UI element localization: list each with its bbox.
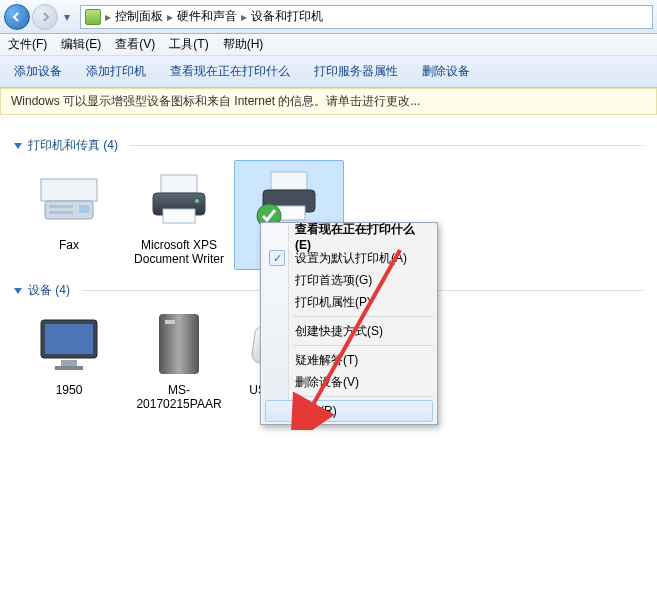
- group-title: 打印机和传真 (4): [28, 137, 118, 154]
- printer-icon: [139, 164, 219, 234]
- breadcrumb-item[interactable]: 控制面板: [115, 8, 163, 25]
- add-printer-button[interactable]: 添加打印机: [86, 63, 146, 80]
- breadcrumb-item[interactable]: 硬件和声音: [177, 8, 237, 25]
- menu-help[interactable]: 帮助(H): [223, 36, 264, 53]
- tile-label: MS-20170215PAAR: [128, 383, 230, 411]
- chevron-right-icon: ▸: [105, 10, 111, 24]
- device-tile-xps-writer[interactable]: Microsoft XPS Document Writer: [124, 160, 234, 270]
- svg-rect-0: [41, 179, 97, 201]
- disclosure-triangle-icon: [14, 288, 22, 294]
- cm-preferences[interactable]: 打印首选项(G): [263, 269, 435, 291]
- svg-rect-9: [271, 172, 307, 190]
- cm-label: 删除设备(V): [295, 374, 359, 391]
- chevron-right-icon: ▸: [241, 10, 247, 24]
- svg-rect-5: [161, 175, 197, 193]
- monitor-icon: [29, 309, 109, 379]
- svg-rect-14: [45, 324, 93, 354]
- tile-label: Fax: [59, 238, 79, 252]
- context-menu: 查看现在正在打印什么(E) ✓ 设置为默认打印机(A) 打印首选项(G) 打印机…: [260, 222, 438, 425]
- cm-label: 创建快捷方式(S): [295, 323, 383, 340]
- svg-rect-2: [79, 205, 89, 213]
- device-tile-computer[interactable]: MS-20170215PAAR: [124, 305, 234, 415]
- cm-properties[interactable]: 属性(R): [265, 400, 433, 422]
- forward-button[interactable]: [32, 4, 58, 30]
- cm-set-default[interactable]: ✓ 设置为默认打印机(A): [263, 247, 435, 269]
- cm-label: 属性(R): [296, 403, 337, 420]
- cm-troubleshoot[interactable]: 疑难解答(T): [263, 349, 435, 371]
- info-bar[interactable]: Windows 可以显示增强型设备图标和来自 Internet 的信息。请单击进…: [0, 88, 657, 115]
- svg-rect-3: [49, 205, 73, 208]
- svg-rect-4: [49, 211, 73, 214]
- menu-file[interactable]: 文件(F): [8, 36, 47, 53]
- svg-rect-15: [61, 360, 77, 366]
- command-bar: 添加设备 添加打印机 查看现在正在打印什么 打印服务器属性 删除设备: [0, 56, 657, 88]
- checkmark-icon: ✓: [269, 250, 285, 266]
- computer-tower-icon: [139, 309, 219, 379]
- svg-rect-16: [55, 366, 83, 370]
- print-server-props-button[interactable]: 打印服务器属性: [314, 63, 398, 80]
- group-title: 设备 (4): [28, 282, 70, 299]
- cm-see-printing[interactable]: 查看现在正在打印什么(E): [263, 225, 435, 247]
- cm-label: 设置为默认打印机(A): [295, 250, 407, 267]
- chevron-right-icon: ▸: [167, 10, 173, 24]
- address-bar: ▾ ▸ 控制面板 ▸ 硬件和声音 ▸ 设备和打印机: [0, 0, 657, 34]
- fax-icon: [29, 164, 109, 234]
- breadcrumb-item[interactable]: 设备和打印机: [251, 8, 323, 25]
- tile-label: Microsoft XPS Document Writer: [128, 238, 230, 266]
- tile-label: 1950: [56, 383, 83, 397]
- see-printing-button[interactable]: 查看现在正在打印什么: [170, 63, 290, 80]
- divider: [130, 145, 643, 146]
- cm-create-shortcut[interactable]: 创建快捷方式(S): [263, 320, 435, 342]
- group-header-printers[interactable]: 打印机和传真 (4): [14, 137, 643, 154]
- cm-label: 打印机属性(P): [295, 294, 371, 311]
- menu-view[interactable]: 查看(V): [115, 36, 155, 53]
- breadcrumb[interactable]: ▸ 控制面板 ▸ 硬件和声音 ▸ 设备和打印机: [80, 5, 653, 29]
- svg-rect-7: [163, 209, 195, 223]
- separator: [293, 345, 433, 346]
- separator: [293, 396, 433, 397]
- device-tile-fax[interactable]: Fax: [14, 160, 124, 270]
- svg-point-8: [195, 199, 199, 203]
- disclosure-triangle-icon: [14, 143, 22, 149]
- cm-label: 打印首选项(G): [295, 272, 372, 289]
- control-panel-icon: [85, 9, 101, 25]
- cm-label: 疑难解答(T): [295, 352, 358, 369]
- cm-remove[interactable]: 删除设备(V): [263, 371, 435, 393]
- remove-device-button[interactable]: 删除设备: [422, 63, 470, 80]
- separator: [293, 316, 433, 317]
- cm-printer-props[interactable]: 打印机属性(P): [263, 291, 435, 313]
- history-dropdown[interactable]: ▾: [60, 5, 74, 29]
- menu-bar: 文件(F) 编辑(E) 查看(V) 工具(T) 帮助(H): [0, 34, 657, 56]
- add-device-button[interactable]: 添加设备: [14, 63, 62, 80]
- device-tile-monitor[interactable]: 1950: [14, 305, 124, 415]
- menu-tools[interactable]: 工具(T): [169, 36, 208, 53]
- back-button[interactable]: [4, 4, 30, 30]
- menu-edit[interactable]: 编辑(E): [61, 36, 101, 53]
